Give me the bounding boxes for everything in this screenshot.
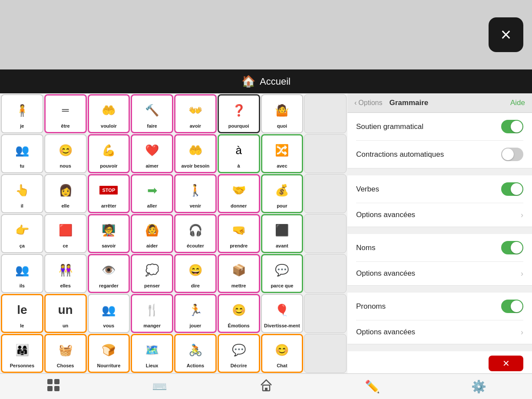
grid-cell[interactable]: 🧑‍🏫savoir: [88, 214, 130, 253]
grid-cell[interactable]: [304, 134, 347, 173]
keyboard-icon: ⌨️: [152, 379, 167, 394]
grid-cell[interactable]: 👐avoir: [174, 94, 217, 133]
header: 🏠 Accueil: [0, 69, 532, 93]
grid-cell[interactable]: 🧺Choses: [44, 334, 87, 373]
settings-button[interactable]: ⚙️: [466, 377, 492, 396]
grid-cell[interactable]: ═être: [44, 94, 87, 133]
grid-cell[interactable]: 🚴Actions: [174, 334, 217, 373]
grid-cell[interactable]: 🍴manger: [131, 294, 173, 333]
home-button[interactable]: [253, 377, 279, 396]
contractions-toggle[interactable]: [501, 148, 523, 161]
cell-icon: ➡: [139, 178, 165, 202]
grid-cell[interactable]: 💪pouvoir: [88, 134, 130, 173]
verbes-toggle[interactable]: [501, 182, 523, 196]
aide-button[interactable]: Aide: [510, 99, 525, 107]
grid-cell[interactable]: 🔀avec: [261, 134, 304, 173]
grid-cell[interactable]: unun: [44, 294, 87, 333]
grid-cell[interactable]: 😄dire: [174, 254, 217, 293]
cell-label: tu: [20, 163, 24, 169]
grid-cell[interactable]: ❤️aimer: [131, 134, 173, 173]
pencil-button[interactable]: ✏️: [360, 377, 386, 396]
grid-cell[interactable]: 💬Décrire: [218, 334, 260, 373]
grid-cell[interactable]: 👥tu: [1, 134, 43, 173]
grid-cell[interactable]: 📦mettre: [218, 254, 260, 293]
grid-cell[interactable]: 💭penser: [131, 254, 173, 293]
back-button[interactable]: ‹ Options: [354, 99, 382, 107]
cell-label: ça: [20, 243, 25, 249]
grid-cell[interactable]: àà: [218, 134, 260, 173]
grid-cell[interactable]: [304, 294, 347, 333]
cell-icon: 🚴: [182, 338, 208, 362]
cell-label: elle: [61, 203, 69, 209]
grid-cell[interactable]: 🙆aider: [131, 214, 173, 253]
section-gap: [347, 286, 532, 293]
grid-view-button[interactable]: [40, 377, 66, 396]
grid-cell[interactable]: 🧍je: [1, 94, 43, 133]
grid-cell[interactable]: 🤲avoir besoin: [174, 134, 217, 173]
grid-cell[interactable]: [304, 174, 347, 213]
grid-cell[interactable]: 👨‍👩‍👧Personnes: [1, 334, 43, 373]
grid-cell[interactable]: STOParrêter: [88, 174, 130, 213]
grid-cell[interactable]: 🤷quoi: [261, 94, 304, 133]
contractions-row: Contractions automatiques: [347, 141, 532, 168]
cell-label: avant: [276, 243, 288, 249]
grid-cell[interactable]: 😊Chat: [261, 334, 304, 373]
grid-cell[interactable]: 🤝donner: [218, 174, 260, 213]
grid-cell[interactable]: 🗺️Lieux: [131, 334, 173, 373]
grid-cell[interactable]: 👭elles: [44, 254, 87, 293]
cell-label: avec: [277, 163, 287, 169]
cell-icon: 🎈: [269, 298, 295, 322]
grid-cell[interactable]: [304, 254, 347, 293]
grid-cell[interactable]: 👥ils: [1, 254, 43, 293]
grid-cell[interactable]: 🔨faire: [131, 94, 173, 133]
grid-cell[interactable]: [304, 94, 347, 133]
grid-cell[interactable]: 👁️regarder: [88, 254, 130, 293]
chevron-left-icon: ‹: [354, 99, 357, 107]
cell-label: pouvoir: [100, 163, 117, 169]
verbes-label: Verbes: [356, 185, 379, 194]
grid-cell[interactable]: 👩elle: [44, 174, 87, 213]
grid-cell[interactable]: 😊nous: [44, 134, 87, 173]
soutien-toggle[interactable]: [501, 120, 523, 133]
grid-cell[interactable]: 👉ça: [1, 214, 43, 253]
close-button[interactable]: ×: [489, 17, 523, 52]
grid-cell[interactable]: ➡aller: [131, 174, 173, 213]
grid-cell[interactable]: 💬parce que: [261, 254, 304, 293]
grid-cell[interactable]: 🟥ce: [44, 214, 87, 253]
cell-label: être: [61, 123, 70, 129]
grid-cell[interactable]: 🎧écouter: [174, 214, 217, 253]
grid-cell[interactable]: lele: [1, 294, 43, 333]
pronoms-avancees-row[interactable]: Options avancées ›: [347, 320, 532, 344]
keyboard-button[interactable]: ⌨️: [147, 377, 173, 396]
grid-cell[interactable]: 💰pour: [261, 174, 304, 213]
pronoms-toggle[interactable]: [501, 300, 523, 313]
pronoms-section: Pronoms Options avancées ›: [347, 293, 532, 344]
delete-button[interactable]: ✕: [489, 356, 523, 371]
grid-cell[interactable]: 👥vous: [88, 294, 130, 333]
tab-grammaire[interactable]: Grammaire: [389, 99, 428, 107]
grid-cell[interactable]: 🤜prendre: [218, 214, 260, 253]
verbes-avancees-row[interactable]: Options avancées ›: [347, 203, 532, 227]
cell-icon: 👨‍👩‍👧: [9, 338, 35, 362]
grid-cell[interactable]: 🍞Nourriture: [88, 334, 130, 373]
toggle-knob: [511, 121, 522, 132]
grid-cell[interactable]: ❓pourquoi: [218, 94, 260, 133]
grid-cell[interactable]: ⬛avant: [261, 214, 304, 253]
grid-cell[interactable]: 🎈Divertisse-ment: [261, 294, 304, 333]
grid-cell[interactable]: 👆il: [1, 174, 43, 213]
bottom-toolbar: ⌨️ ✏️ ⚙️: [0, 373, 532, 399]
grid-cell[interactable]: 🚶venir: [174, 174, 217, 213]
cell-icon: 👉: [9, 218, 35, 242]
grid-cell[interactable]: [304, 214, 347, 253]
cell-label: savoir: [102, 243, 116, 249]
grid-cell[interactable]: [304, 334, 347, 373]
noms-toggle[interactable]: [501, 241, 523, 254]
grid-cell[interactable]: 🤲vouloir: [88, 94, 130, 133]
grid-cell[interactable]: 😊Émotions: [218, 294, 260, 333]
cell-icon: 👥: [96, 298, 122, 322]
cell-icon: à: [226, 138, 252, 162]
svg-rect-1: [54, 379, 59, 384]
noms-avancees-row[interactable]: Options avancées ›: [347, 262, 532, 285]
grid-cell[interactable]: 🏃jouer: [174, 294, 217, 333]
verbes-row: Verbes: [347, 175, 532, 203]
